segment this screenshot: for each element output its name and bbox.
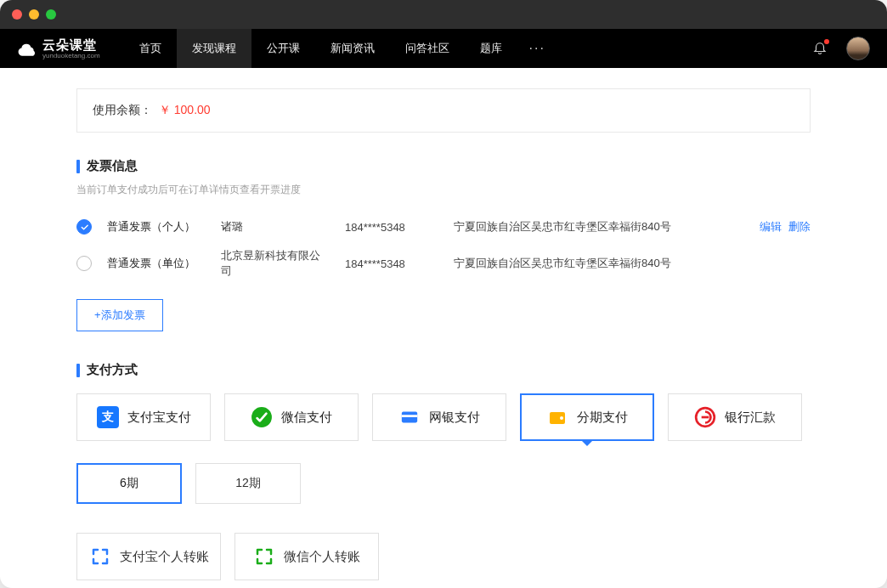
invoice-action-link[interactable]: 编辑 [760, 219, 782, 235]
minimize-dot[interactable] [29, 9, 39, 20]
notification-badge [824, 39, 829, 44]
payment-method-card[interactable]: 网银支付 [372, 393, 506, 441]
scan-blue-icon [89, 546, 111, 568]
invoice-name: 诸璐 [221, 219, 330, 235]
payment-method-card[interactable]: 支支付宝支付 [76, 393, 211, 441]
bank-transfer-icon [694, 406, 716, 428]
invoice-action-link[interactable]: 删除 [788, 219, 811, 235]
transfer-label: 微信个人转账 [284, 549, 360, 565]
check-icon [80, 223, 89, 232]
payment-method-label: 网银支付 [429, 410, 480, 426]
payment-method-label: 微信支付 [281, 410, 332, 426]
logo[interactable]: 云朵课堂 yunduoketang.com [17, 37, 100, 59]
transfer-options: 支付宝个人转账微信个人转账 [76, 533, 811, 580]
payment-method-card[interactable]: 分期支付 [520, 393, 654, 441]
svg-point-4 [560, 416, 563, 420]
payment-method-label: 分期支付 [577, 410, 628, 426]
transfer-label: 支付宝个人转账 [120, 549, 209, 565]
wallet-icon [546, 406, 568, 428]
invoice-radio[interactable] [76, 256, 92, 271]
maximize-dot[interactable] [46, 9, 56, 20]
payment-method-label: 银行汇款 [725, 410, 776, 426]
payment-method-card[interactable]: 微信支付 [224, 393, 359, 441]
invoice-address: 宁夏回族自治区吴忠市红寺堡区幸福街840号 [454, 219, 744, 235]
invoice-phone: 184****5348 [345, 257, 438, 270]
nav-more[interactable]: ··· [517, 41, 557, 56]
window-titlebar [0, 0, 887, 29]
invoice-section-title: 发票信息 [76, 158, 811, 174]
installment-option[interactable]: 12期 [195, 463, 301, 504]
invoice-row: 普通发票（单位）北京昱新科技有限公司184****5348宁夏回族自治区吴忠市红… [76, 241, 811, 286]
add-invoice-button[interactable]: +添加发票 [76, 299, 163, 331]
cloud-logo-icon [17, 38, 37, 59]
invoice-phone: 184****5348 [345, 221, 438, 234]
scan-green-icon [253, 546, 275, 568]
nav-item[interactable]: 公开课 [251, 29, 315, 68]
invoice-name: 北京昱新科技有限公司 [221, 248, 330, 279]
installment-option[interactable]: 6期 [76, 463, 182, 504]
installment-options: 6期12期 [76, 463, 811, 504]
nav-item[interactable]: 首页 [124, 29, 177, 68]
transfer-option[interactable]: 支付宝个人转账 [76, 533, 221, 580]
balance-amount: ￥ 100.00 [159, 103, 211, 116]
payment-method-label: 支付宝支付 [127, 410, 191, 426]
nav-item[interactable]: 题库 [465, 29, 517, 68]
invoice-type: 普通发票（单位） [107, 256, 206, 271]
invoice-radio[interactable] [76, 219, 92, 235]
svg-rect-2 [402, 415, 417, 417]
balance-label: 使用余额： [93, 103, 152, 116]
top-nav: 云朵课堂 yunduoketang.com 首页发现课程公开课新闻资讯问答社区题… [0, 29, 887, 68]
nav-item[interactable]: 发现课程 [177, 29, 251, 68]
payment-methods: 支支付宝支付微信支付网银支付分期支付银行汇款 [76, 393, 811, 441]
nav-item[interactable]: 新闻资讯 [315, 29, 390, 68]
transfer-option[interactable]: 微信个人转账 [234, 533, 379, 580]
alipay-icon: 支 [97, 406, 119, 428]
invoice-row: 普通发票（个人）诸璐184****5348宁夏回族自治区吴忠市红寺堡区幸福街84… [76, 212, 811, 241]
invoice-address: 宁夏回族自治区吴忠市红寺堡区幸福街840号 [454, 256, 811, 271]
balance-box: 使用余额： ￥ 100.00 [76, 88, 811, 133]
invoice-list: 普通发票（个人）诸璐184****5348宁夏回族自治区吴忠市红寺堡区幸福街84… [76, 212, 811, 286]
avatar[interactable] [846, 37, 870, 60]
nav-item[interactable]: 问答社区 [390, 29, 465, 68]
invoice-section-subtitle: 当前订单支付成功后可在订单详情页查看开票进度 [76, 183, 811, 197]
invoice-type: 普通发票（个人） [107, 219, 206, 235]
close-dot[interactable] [12, 9, 22, 20]
payment-section-title: 支付方式 [76, 362, 811, 378]
notification-bell[interactable] [812, 40, 828, 58]
main-content: 使用余额： ￥ 100.00 发票信息 当前订单支付成功后可在订单详情页查看开票… [0, 68, 887, 588]
bank-card-icon [398, 406, 421, 428]
wechat-icon [251, 406, 273, 428]
payment-method-card[interactable]: 银行汇款 [668, 393, 802, 441]
logo-sub: yunduoketang.com [42, 52, 100, 59]
nav-menu: 首页发现课程公开课新闻资讯问答社区题库 [124, 29, 517, 68]
invoice-actions: 编辑删除 [760, 219, 811, 235]
